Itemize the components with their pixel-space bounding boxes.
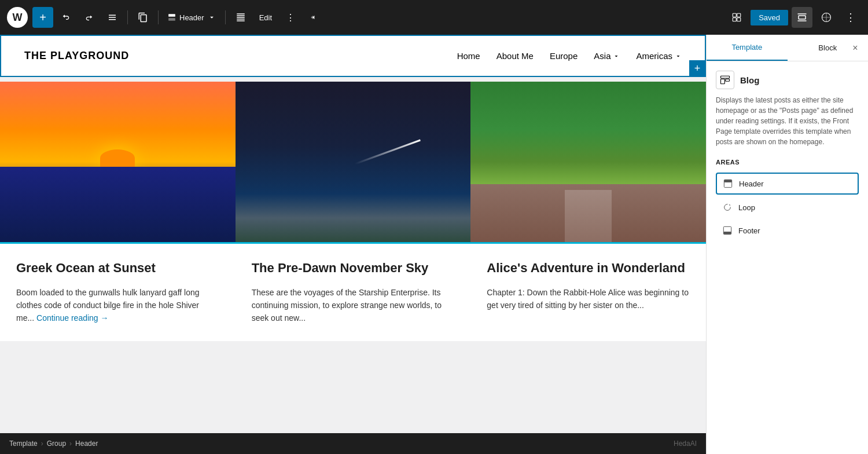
blog-block-icon [716,71,734,89]
edit-button[interactable]: Edit [253,10,278,25]
post-title-2: The Pre-Dawn November Sky [252,260,455,277]
toolbar: W + Header Edit ⋮ Saved [0,0,868,35]
view-button[interactable] [726,7,747,28]
right-panel: Template Block × Blog Displays the lates… [706,35,868,454]
svg-rect-3 [737,13,741,17]
tab-template[interactable]: Template [707,35,788,61]
panel-block-title: Blog [740,75,759,85]
style-button[interactable] [816,7,837,28]
areas-label: AREAS [716,159,859,166]
site-nav: Home About Me Europe Asia Americas [457,51,682,61]
nav-item-about[interactable]: About Me [496,51,534,61]
post-title-1: Greek Ocean at Sunset [16,260,219,277]
copy-button[interactable] [133,7,153,28]
header-chip-label: Header [179,13,204,22]
add-block-inline-button[interactable]: + [689,60,705,76]
svg-rect-7 [721,76,730,78]
toolbar-divider-3 [225,10,226,24]
post-excerpt-1: Boom loaded to the gunwalls hulk lanyard… [16,286,219,325]
toolbar-divider-2 [158,10,159,24]
site-title: THE PLAYGROUND [24,50,129,62]
svg-rect-1 [168,18,175,21]
area-label-footer: Footer [738,226,760,235]
area-item-header[interactable]: Header [716,173,859,195]
nav-item-europe[interactable]: Europe [550,51,578,61]
undo-button[interactable] [56,7,76,28]
svg-rect-8 [721,79,725,84]
area-item-loop[interactable]: Loop [716,197,859,218]
areas-list: Header Loop Footer [716,173,859,241]
post-excerpt-3: Chapter 1: Down the Rabbit-Hole Alice wa… [487,286,690,312]
toolbar-divider-1 [127,10,128,24]
post-excerpt-2: These are the voyages of the Starship En… [252,286,455,325]
loop-area-icon [722,202,733,213]
svg-rect-4 [733,18,736,21]
svg-marker-12 [729,204,731,206]
more-button[interactable]: ⋮ [280,7,301,28]
comet-decoration [355,140,421,165]
panel-block-desc: Displays the latest posts as either the … [716,95,859,147]
nav-item-americas[interactable]: Americas [636,51,682,61]
post-card-2: The Pre-Dawn November Sky These are the … [236,82,471,341]
list-view-button[interactable] [102,7,123,28]
panel-content: Blog Displays the latest posts as either… [707,61,868,454]
svg-rect-14 [723,232,731,235]
add-block-button[interactable]: + [32,7,53,28]
brand-credit: HedaAI [674,440,697,448]
post-card-1: Greek Ocean at Sunset Boom loaded to the… [0,82,236,341]
svg-rect-5 [737,18,741,21]
post-content-1: Greek Ocean at Sunset Boom loaded to the… [0,244,236,341]
area-item-footer[interactable]: Footer [716,220,859,241]
canvas-area: THE PLAYGROUND Home About Me Europe Asia… [0,35,706,454]
post-image-3 [470,82,706,244]
sun-decoration [100,149,135,167]
settings-panel-button[interactable] [792,7,812,28]
site-header[interactable]: THE PLAYGROUND Home About Me Europe Asia… [0,35,706,77]
header-area-icon [723,178,733,189]
toolbar-right: Saved ⋮ [726,7,861,28]
wp-logo[interactable]: W [7,7,28,28]
post-title-3: Alice's Adventure in Wonderland [487,260,690,277]
svg-rect-0 [168,14,175,17]
area-label-header: Header [739,180,764,188]
header-chip[interactable]: Header [163,11,220,24]
breadcrumb-sep-1: › [41,440,43,448]
breadcrumb-template[interactable]: Template [9,440,38,448]
area-label-loop: Loop [738,203,755,212]
more-options-button[interactable]: ⋮ [840,7,861,28]
main-layout: THE PLAYGROUND Home About Me Europe Asia… [0,35,868,454]
panel-block-header: Blog [716,71,859,89]
breadcrumb-bar: Template › Group › Header HedaAI [0,433,706,454]
svg-rect-11 [724,180,731,182]
collapse-button[interactable] [303,7,324,28]
panel-tabs: Template Block × [707,35,868,61]
panel-close-button[interactable]: × [847,40,863,56]
water-decoration [0,167,236,242]
nav-item-asia[interactable]: Asia [594,51,620,61]
redo-button[interactable] [79,7,100,28]
svg-rect-2 [733,13,736,17]
breadcrumb-header[interactable]: Header [75,440,98,448]
svg-rect-9 [726,79,730,82]
breadcrumb-group[interactable]: Group [47,440,66,448]
post-content-3: Alice's Adventure in Wonderland Chapter … [470,244,706,328]
align-button[interactable] [230,7,251,28]
nav-item-home[interactable]: Home [457,51,480,61]
post-content-2: The Pre-Dawn November Sky These are the … [236,244,471,341]
footer-area-icon [722,225,733,236]
posts-grid: Greek Ocean at Sunset Boom loaded to the… [0,82,706,341]
saved-button[interactable]: Saved [751,10,788,25]
post-image-1 [0,82,236,244]
post-image-2 [236,82,471,244]
post-link-1[interactable]: Continue reading → [36,313,109,323]
breadcrumb-sep-2: › [69,440,72,448]
post-card-3: Alice's Adventure in Wonderland Chapter … [470,82,706,341]
